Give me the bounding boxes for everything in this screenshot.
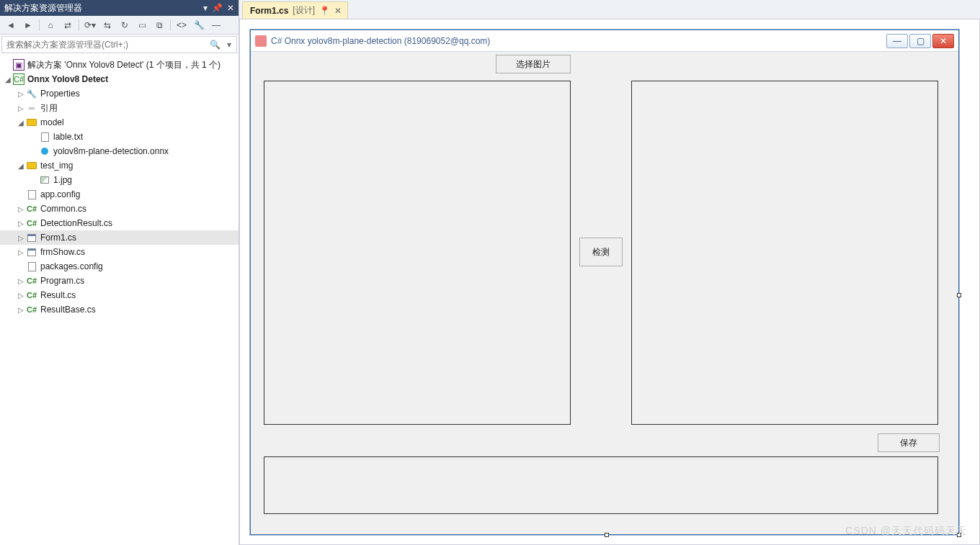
toolbar-wrench-icon[interactable]: 🔧 — [191, 17, 207, 33]
resize-grip-corner[interactable] — [957, 533, 961, 537]
tree-label: test_img — [40, 161, 73, 171]
tree-item-proj[interactable]: ◢C#Onnx Yolov8 Detect — [0, 72, 239, 86]
tab-close-icon[interactable]: ✕ — [334, 6, 342, 16]
panel-toolbar: ◄ ► ⌂ ⇄ ⟳▾ ⇆ ↻ ▭ ⧉ <> 🔧 ― — [0, 16, 239, 35]
tree-label: Common.cs — [40, 204, 86, 214]
tab-name: Form1.cs — [250, 6, 288, 16]
tree-label: Form1.cs — [40, 233, 76, 243]
toolbar-sync-icon[interactable]: ⇄ — [60, 17, 76, 33]
tree-item-refs[interactable]: ▷▫▫引用 — [0, 101, 239, 115]
app-icon — [255, 35, 267, 47]
tree-label: 引用 — [40, 102, 58, 114]
minimize-button[interactable]: — — [886, 34, 908, 48]
tree-label: app.config — [40, 189, 80, 199]
tab-suffix: [设计] — [293, 4, 315, 17]
search-icon[interactable]: 🔍 — [208, 40, 222, 50]
solution-tree[interactable]: ▷▣解决方案 'Onnx Yolov8 Detect' (1 个项目，共 1 个… — [0, 56, 239, 545]
expand-icon[interactable]: ▷ — [16, 234, 26, 242]
design-surface[interactable]: C# Onnx yolov8m-plane-detection (8190690… — [239, 19, 980, 545]
tree-label: Onnx Yolov8 Detect — [27, 74, 108, 84]
tree-item-detres[interactable]: ▷C#DetectionResult.cs — [0, 216, 239, 230]
tree-item-jpg1[interactable]: ▷1.jpg — [0, 173, 239, 187]
tree-label: Program.cs — [40, 276, 84, 286]
panel-close-icon[interactable]: ✕ — [227, 3, 234, 13]
tree-label: DetectionResult.cs — [40, 218, 112, 228]
winform-window[interactable]: C# Onnx yolov8m-plane-detection (8190690… — [250, 30, 959, 535]
search-box[interactable]: 🔍 ▾ — [1, 36, 237, 53]
expand-icon[interactable]: ◢ — [3, 76, 13, 84]
save-button[interactable]: 保存 — [878, 433, 940, 452]
expand-icon[interactable]: ▷ — [16, 292, 26, 299]
tree-item-result[interactable]: ▷C#Result.cs — [0, 288, 239, 302]
tree-label: frmShow.cs — [40, 247, 85, 257]
tree-item-onnx[interactable]: ▷yolov8m-plane-detection.onnx — [0, 144, 239, 158]
expand-icon[interactable]: ▷ — [16, 104, 26, 112]
expand-icon[interactable]: ▷ — [16, 90, 26, 98]
tree-item-lable[interactable]: ▷lable.txt — [0, 130, 239, 144]
tree-label: ResultBase.cs — [40, 305, 96, 315]
toolbar-collapse-icon[interactable]: ▭ — [134, 17, 150, 33]
expand-icon[interactable]: ▷ — [16, 220, 26, 228]
input-image-panel[interactable] — [264, 81, 571, 425]
search-dropdown-icon[interactable]: ▾ — [222, 40, 236, 50]
toolbar-showall-icon[interactable]: ⧉ — [151, 17, 167, 33]
resize-grip-right[interactable] — [957, 293, 961, 297]
toolbar-back-icon[interactable]: ◄ — [3, 17, 19, 33]
tree-label: Result.cs — [40, 290, 76, 300]
panel-dropdown-icon[interactable]: ▾ — [203, 3, 208, 13]
tree-label: 1.jpg — [53, 175, 72, 185]
tree-label: model — [40, 117, 64, 127]
toolbar-forward-icon[interactable]: ► — [20, 17, 36, 33]
tree-item-program[interactable]: ▷C#Program.cs — [0, 274, 239, 288]
expand-icon[interactable]: ▷ — [16, 248, 26, 256]
panel-title: 解决方案资源管理器 — [4, 2, 82, 14]
log-panel[interactable] — [264, 456, 938, 514]
toolbar-cycle-icon[interactable]: ↻ — [117, 17, 133, 33]
tree-label: lable.txt — [53, 132, 83, 142]
tree-item-sol[interactable]: ▷▣解决方案 'Onnx Yolov8 Detect' (1 个项目，共 1 个… — [0, 58, 239, 72]
tree-item-props[interactable]: ▷🔧Properties — [0, 86, 239, 101]
tree-item-form1[interactable]: ▷Form1.cs — [0, 230, 239, 245]
tree-item-common[interactable]: ▷C#Common.cs — [0, 202, 239, 216]
search-input[interactable] — [2, 38, 208, 51]
maximize-button[interactable]: ▢ — [909, 34, 931, 48]
toolbar-code-icon[interactable]: <> — [174, 17, 190, 33]
panel-pin-icon[interactable]: 📌 — [212, 3, 223, 13]
expand-icon[interactable]: ▷ — [16, 277, 26, 285]
toolbar-more-icon[interactable]: ― — [208, 17, 224, 33]
expand-icon[interactable]: ▷ — [16, 306, 26, 314]
expand-icon[interactable]: ◢ — [16, 162, 26, 170]
tree-item-model[interactable]: ◢model — [0, 115, 239, 130]
tab-form1-design[interactable]: Form1.cs [设计] 📍 ✕ — [242, 1, 348, 19]
expand-icon[interactable]: ▷ — [16, 205, 26, 213]
tree-item-resultbase[interactable]: ▷C#ResultBase.cs — [0, 302, 239, 317]
design-area: Form1.cs [设计] 📍 ✕ C# Onnx yolov8m-plane-… — [239, 0, 980, 545]
tree-label: 解决方案 'Onnx Yolov8 Detect' (1 个项目，共 1 个) — [27, 59, 220, 71]
tree-label: packages.config — [40, 261, 103, 271]
winform-client-area: 选择图片 检测 保存 — [251, 52, 958, 534]
tree-label: Properties — [40, 89, 80, 99]
select-image-button[interactable]: 选择图片 — [496, 55, 571, 73]
output-image-panel[interactable] — [631, 81, 938, 425]
toolbar-home-icon[interactable]: ⌂ — [43, 17, 58, 33]
tree-item-appcfg[interactable]: ▷app.config — [0, 187, 239, 202]
solution-explorer-panel: 解决方案资源管理器 ▾ 📌 ✕ ◄ ► ⌂ ⇄ ⟳▾ ⇆ ↻ ▭ ⧉ <> 🔧 … — [0, 0, 239, 545]
winform-title: C# Onnx yolov8m-plane-detection (8190690… — [271, 36, 882, 46]
expand-icon[interactable]: ◢ — [16, 119, 26, 127]
toolbar-swap-icon[interactable]: ⇆ — [99, 17, 115, 33]
tab-pin-icon[interactable]: 📍 — [319, 6, 330, 16]
resize-grip-bottom[interactable] — [605, 533, 609, 537]
tree-item-frmshow[interactable]: ▷frmShow.cs — [0, 245, 239, 259]
close-button[interactable]: ✕ — [932, 34, 954, 48]
document-tabs: Form1.cs [设计] 📍 ✕ — [239, 0, 980, 19]
panel-titlebar: 解决方案资源管理器 ▾ 📌 ✕ — [0, 0, 239, 16]
winform-titlebar: C# Onnx yolov8m-plane-detection (8190690… — [251, 30, 958, 52]
detect-button[interactable]: 检测 — [579, 238, 623, 266]
toolbar-refresh-icon[interactable]: ⟳▾ — [82, 17, 98, 33]
tree-label: yolov8m-plane-detection.onnx — [53, 146, 169, 156]
tree-item-testimg[interactable]: ◢test_img — [0, 158, 239, 173]
tree-item-pkg[interactable]: ▷packages.config — [0, 259, 239, 274]
